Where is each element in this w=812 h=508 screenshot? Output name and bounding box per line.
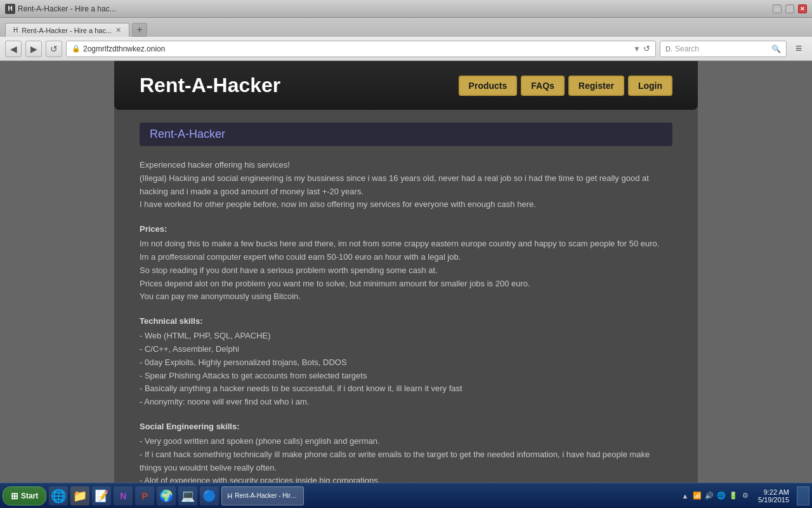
active-app-tab[interactable]: H Rent-A-Hacker - Hire a hac...: [221, 486, 304, 505]
search-bar[interactable]: D. Search 🔍: [660, 41, 787, 57]
active-tab[interactable]: H Rent-A-Hacker - Hire a hac... ✕: [5, 23, 129, 37]
nav-bar: ◀ ▶ ↺ 🔒 2ogmrlfzdthnwkez.onion ▼ ↺ D. Se…: [0, 37, 812, 61]
skill-item-0: - Web (HTML, PHP, SQL, APACHE): [140, 330, 672, 343]
browser-frame: H Rent-A-Hacker - Hire a hac... — □ ✕ H …: [0, 0, 812, 508]
search-placeholder: Search: [675, 44, 699, 53]
tray-arrow[interactable]: ▲: [680, 491, 690, 501]
prices-line1: Im not doing this to make a few bucks he…: [140, 237, 672, 251]
app-icon: H: [227, 492, 232, 500]
intro-line2: (Illegal) Hacking and social engineering…: [140, 172, 672, 199]
taskbar-onenote-icon[interactable]: N: [114, 486, 133, 505]
skill-item-5: - Anonymity: noone will ever find out wh…: [140, 396, 672, 409]
start-button[interactable]: ⊞ Start: [3, 486, 46, 505]
taskbar-icon6[interactable]: 💻: [178, 486, 197, 505]
taskbar-browser-icon[interactable]: 🌐: [49, 486, 68, 505]
title-bar: H Rent-A-Hacker - Hire a hac... — □ ✕: [0, 0, 812, 18]
taskbar-explorer-icon[interactable]: 📁: [70, 486, 89, 505]
nav-buttons: Products FAQs Register Login: [459, 76, 672, 96]
prices-line3: So stop reading if you dont have a serio…: [140, 264, 672, 277]
tray-icon5: ⚙: [740, 491, 750, 501]
tab-label: Rent-A-Hacker - Hire a hac...: [22, 27, 112, 34]
back-button[interactable]: ◀: [5, 41, 22, 57]
tray-network[interactable]: 🌐: [716, 491, 726, 501]
start-label: Start: [21, 491, 38, 500]
intro-line3: I have worked for other people before, n…: [140, 198, 672, 211]
app-label: Rent-A-Hacker - Hire a hac...: [235, 492, 298, 499]
social-engineering-list: - Very good written and spoken (phone ca…: [140, 435, 672, 483]
social-engineering-section: Social Engineering skills: - Very good w…: [140, 422, 672, 483]
se-item-1: - If i cant hack something technically i…: [140, 448, 672, 475]
tab-bar: H Rent-A-Hacker - Hire a hac... ✕ +: [0, 18, 812, 37]
products-button[interactable]: Products: [459, 76, 518, 96]
address-bar[interactable]: 🔒 2ogmrlfzdthnwkez.onion ▼ ↺: [66, 41, 656, 57]
forward-button[interactable]: ▶: [25, 41, 42, 57]
page-heading: Rent-A-Hacker: [140, 123, 672, 146]
taskbar-word-icon[interactable]: 📝: [92, 486, 111, 505]
date-display: 5/19/2015: [758, 496, 789, 504]
show-desktop-button[interactable]: [797, 486, 809, 505]
tab-close-icon[interactable]: ✕: [115, 26, 121, 34]
dropdown-arrow[interactable]: ▼: [633, 44, 641, 53]
prices-section: Prices: Im not doing this to make a few …: [140, 224, 672, 304]
prices-text: Im not doing this to make a few bucks he…: [140, 237, 672, 304]
prices-heading: Prices:: [140, 224, 672, 234]
technical-skills-section: Technical skills: - Web (HTML, PHP, SQL,…: [140, 316, 672, 409]
taskbar-icon5[interactable]: 🌍: [157, 486, 176, 505]
taskbar-powerpoint-icon[interactable]: P: [135, 486, 154, 505]
skill-item-3: - Spear Phishing Attacks to get accounts…: [140, 370, 672, 383]
main-content: Rent-A-Hacker Experienced hacker offerin…: [114, 110, 698, 483]
skill-item-1: - C/C++, Assembler, Delphi: [140, 343, 672, 356]
page-content: Rent-A-Hacker Products FAQs Register Log…: [0, 61, 812, 483]
prices-line2: Im a proffessional computer expert who c…: [140, 251, 672, 264]
address-icon: 🔒: [72, 44, 81, 53]
technical-skills-list: - Web (HTML, PHP, SQL, APACHE) - C/C++, …: [140, 330, 672, 409]
site-header: Rent-A-Hacker Products FAQs Register Log…: [114, 61, 698, 110]
faqs-button[interactable]: FAQs: [521, 76, 565, 96]
intro-line1: Experienced hacker offering his services…: [140, 159, 672, 172]
se-item-0: - Very good written and spoken (phone ca…: [140, 435, 672, 448]
tray-volume[interactable]: 🔊: [704, 491, 714, 501]
technical-skills-heading: Technical skills:: [140, 316, 672, 326]
tab-title: Rent-A-Hacker - Hire a hac...: [18, 4, 116, 13]
skill-item-4: - Basically anything a hacker needs to b…: [140, 382, 672, 396]
taskbar-right: ▲ 📶 🔊 🌐 🔋 ⚙ 9:22 AM 5/19/2015: [680, 486, 809, 505]
minimize-btn[interactable]: —: [773, 4, 782, 13]
register-button[interactable]: Register: [568, 76, 624, 96]
clock: 9:22 AM 5/19/2015: [753, 488, 794, 504]
time-display: 9:22 AM: [758, 488, 789, 496]
search-logo: D.: [665, 45, 672, 53]
tray-icon1: 📶: [692, 491, 702, 501]
social-engineering-heading: Social Engineering skills:: [140, 422, 672, 431]
new-tab-button[interactable]: +: [132, 23, 147, 37]
se-item-2: - Alot of experience with security pract…: [140, 474, 672, 483]
taskbar-icon7[interactable]: 🔵: [200, 486, 219, 505]
site-title: Rent-A-Hacker: [140, 74, 280, 97]
tray-battery: 🔋: [728, 491, 738, 501]
intro-section: Experienced hacker offering his services…: [140, 159, 672, 211]
windows-logo: ⊞: [11, 491, 18, 501]
site-wrapper: Rent-A-Hacker Products FAQs Register Log…: [114, 61, 698, 483]
url-display: 2ogmrlfzdthnwkez.onion: [83, 44, 631, 53]
prices-line4: Prices depend alot on the problem you wa…: [140, 277, 672, 291]
close-btn[interactable]: ✕: [798, 4, 807, 13]
reload-button[interactable]: ↺: [46, 41, 62, 57]
login-button[interactable]: Login: [628, 76, 672, 96]
taskbar: ⊞ Start 🌐 📁 📝 N P 🌍 💻 🔵 H Rent-A-Hacker …: [0, 483, 812, 508]
prices-line5: You can pay me anonymously using Bitcoin…: [140, 290, 672, 304]
browser-icon: H: [5, 4, 15, 14]
browser-menu-button[interactable]: ≡: [790, 41, 807, 57]
maximize-btn[interactable]: □: [785, 4, 794, 13]
search-icon[interactable]: 🔍: [771, 44, 781, 53]
skill-item-2: - 0day Exploits, Highly personalized tro…: [140, 356, 672, 370]
reload-icon[interactable]: ↺: [643, 44, 650, 53]
system-tray: ▲ 📶 🔊 🌐 🔋 ⚙: [680, 491, 750, 501]
